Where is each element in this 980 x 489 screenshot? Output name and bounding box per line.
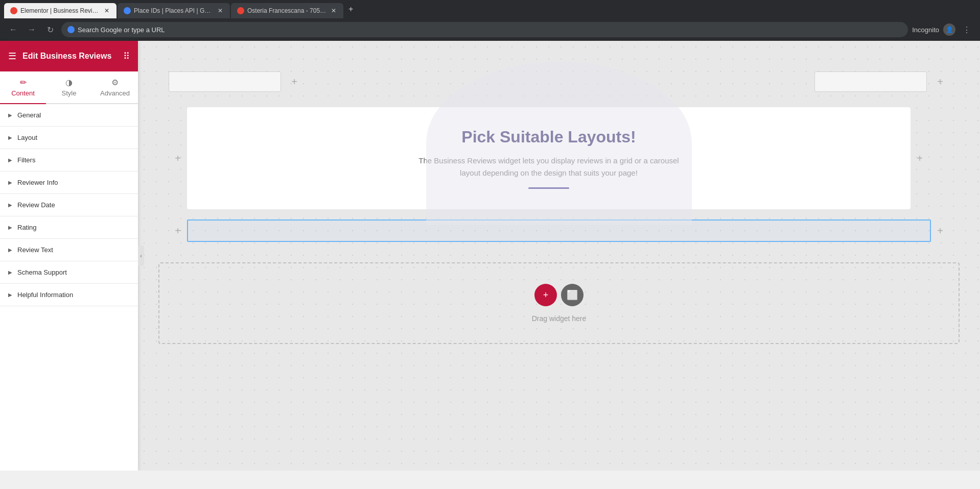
collapse-handle[interactable]: ‹ <box>138 246 144 266</box>
sidebar: ☰ Edit Business Reviews ⠿ ✏ Content ◑ St… <box>0 41 138 471</box>
accordion-item-helpful-information: ▶ Helpful Information <box>0 284 138 306</box>
accordion-header-review-date[interactable]: ▶ Review Date <box>0 194 138 216</box>
arrow-layout: ▶ <box>8 135 12 140</box>
accordion-item-filters: ▶ Filters <box>0 149 138 172</box>
right-add-button[interactable]: + <box>931 72 949 91</box>
accordion-header-review-text[interactable]: ▶ Review Text <box>0 239 138 261</box>
address-bar: ← → ↻ Search Google or type a URL Incogn… <box>0 18 980 41</box>
tab-style-label: Style <box>62 89 77 97</box>
label-rating: Rating <box>17 224 37 231</box>
menu-button[interactable]: ⋮ <box>960 22 974 37</box>
accordion-item-rating: ▶ Rating <box>0 216 138 239</box>
back-button[interactable]: ← <box>6 22 20 37</box>
arrow-helpful-information: ▶ <box>8 292 12 298</box>
arrow-review-text: ▶ <box>8 247 12 253</box>
drag-add-button[interactable]: + <box>534 284 557 306</box>
accordion-item-review-date: ▶ Review Date <box>0 194 138 216</box>
address-input-wrap[interactable]: Search Google or type a URL <box>61 22 908 37</box>
left-placeholder <box>169 71 281 92</box>
label-review-text: Review Text <box>17 246 53 254</box>
left-add-button[interactable]: + <box>285 72 304 91</box>
forward-button[interactable]: → <box>25 22 39 37</box>
right-placeholder <box>814 71 927 92</box>
accordion-header-general[interactable]: ▶ General <box>0 104 138 126</box>
label-review-date: Review Date <box>17 201 55 209</box>
hamburger-icon[interactable]: ☰ <box>8 51 16 62</box>
grid-icon[interactable]: ⠿ <box>123 51 130 62</box>
accordion-item-general: ▶ General <box>0 104 138 127</box>
accordion-header-rating[interactable]: ▶ Rating <box>0 216 138 238</box>
incognito-icon: 👤 <box>943 23 955 36</box>
google-icon <box>67 26 75 33</box>
arrow-general: ▶ <box>8 112 12 118</box>
arrow-rating: ▶ <box>8 225 12 230</box>
tab-osteria[interactable]: Osteria Francescana - 705 Photo... ✕ <box>231 3 343 18</box>
accordion-item-schema-support: ▶ Schema Support <box>0 261 138 284</box>
tab-close-placeids[interactable]: ✕ <box>217 7 224 14</box>
label-general: General <box>17 111 41 119</box>
accordion-header-reviewer-info[interactable]: ▶ Reviewer Info <box>0 172 138 193</box>
arrow-schema-support: ▶ <box>8 270 12 275</box>
accordion-item-reviewer-info: ▶ Reviewer Info <box>0 172 138 194</box>
tab-style[interactable]: ◑ Style <box>46 71 92 103</box>
address-text: Search Google or type a URL <box>78 26 902 34</box>
new-tab-button[interactable]: + <box>344 3 357 16</box>
tab-advanced[interactable]: ⚙ Advanced <box>92 71 138 103</box>
tab-title-osteria: Osteria Francescana - 705 Photo... <box>247 7 327 14</box>
drag-buttons: + ⬜ <box>534 284 584 306</box>
tab-content[interactable]: ✏ Content <box>0 71 46 103</box>
tab-content-label: Content <box>11 89 35 97</box>
main-layout: ☰ Edit Business Reviews ⠿ ✏ Content ◑ St… <box>0 41 980 471</box>
right-add-area: + <box>814 71 949 92</box>
label-reviewer-info: Reviewer Info <box>17 179 58 186</box>
arrow-review-date: ▶ <box>8 202 12 208</box>
bg-circle <box>426 61 692 225</box>
accordion-item-layout: ▶ Layout <box>0 127 138 149</box>
arrow-reviewer-info: ▶ <box>8 180 12 185</box>
content-icon: ✏ <box>20 78 27 87</box>
label-filters: Filters <box>17 156 35 164</box>
right-row-add-button[interactable]: + <box>911 149 929 167</box>
tab-favicon-osteria <box>237 7 244 14</box>
accordion-item-review-text: ▶ Review Text <box>0 239 138 261</box>
incognito-area: Incognito 👤 ⋮ <box>912 22 974 37</box>
advanced-icon: ⚙ <box>111 78 119 87</box>
drag-section-button[interactable]: ⬜ <box>561 284 584 306</box>
tab-title-elementor: Elementor | Business Reviews <box>20 7 100 14</box>
tab-bar: Elementor | Business Reviews ✕ Place IDs… <box>0 0 980 18</box>
tab-elementor[interactable]: Elementor | Business Reviews ✕ <box>4 3 116 18</box>
incognito-label: Incognito <box>912 26 939 34</box>
drag-area: + ⬜ Drag widget here <box>158 262 960 344</box>
sidebar-header-left: ☰ Edit Business Reviews <box>8 51 111 62</box>
tab-placeids[interactable]: Place IDs | Places API | Google... ✕ <box>118 3 230 18</box>
tab-title-placeids: Place IDs | Places API | Google... <box>134 7 214 14</box>
accordion-header-filters[interactable]: ▶ Filters <box>0 149 138 171</box>
selected-right-add[interactable]: + <box>931 222 949 240</box>
sidebar-header: ☰ Edit Business Reviews ⠿ <box>0 41 138 71</box>
sidebar-title: Edit Business Reviews <box>22 52 111 61</box>
left-row-add-button[interactable]: + <box>169 149 187 167</box>
label-layout: Layout <box>17 134 37 141</box>
tab-favicon-placeids <box>124 7 131 14</box>
drag-text: Drag widget here <box>532 314 587 323</box>
label-helpful-information: Helpful Information <box>17 291 73 299</box>
arrow-filters: ▶ <box>8 157 12 163</box>
reload-button[interactable]: ↻ <box>43 22 57 37</box>
hero-section: + + <box>138 61 980 102</box>
canvas-area: + + + Pick Suitable Layouts! The Busines… <box>138 41 980 471</box>
accordion-header-helpful-information[interactable]: ▶ Helpful Information <box>0 284 138 306</box>
accordion-header-layout[interactable]: ▶ Layout <box>0 127 138 149</box>
label-schema-support: Schema Support <box>17 268 67 276</box>
accordion-list: ▶ General ▶ Layout ▶ Filters ▶ <box>0 104 138 306</box>
canvas-inner: + + + Pick Suitable Layouts! The Busines… <box>138 41 980 471</box>
left-add-area: + <box>169 71 304 92</box>
sidebar-tabs: ✏ Content ◑ Style ⚙ Advanced <box>0 71 138 104</box>
selected-left-add[interactable]: + <box>169 222 187 240</box>
tab-close-elementor[interactable]: ✕ <box>103 7 110 14</box>
style-icon: ◑ <box>65 78 73 87</box>
accordion-header-schema-support[interactable]: ▶ Schema Support <box>0 261 138 283</box>
tab-favicon-elementor <box>10 7 17 14</box>
tab-advanced-label: Advanced <box>100 89 130 97</box>
tab-close-osteria[interactable]: ✕ <box>330 7 337 14</box>
